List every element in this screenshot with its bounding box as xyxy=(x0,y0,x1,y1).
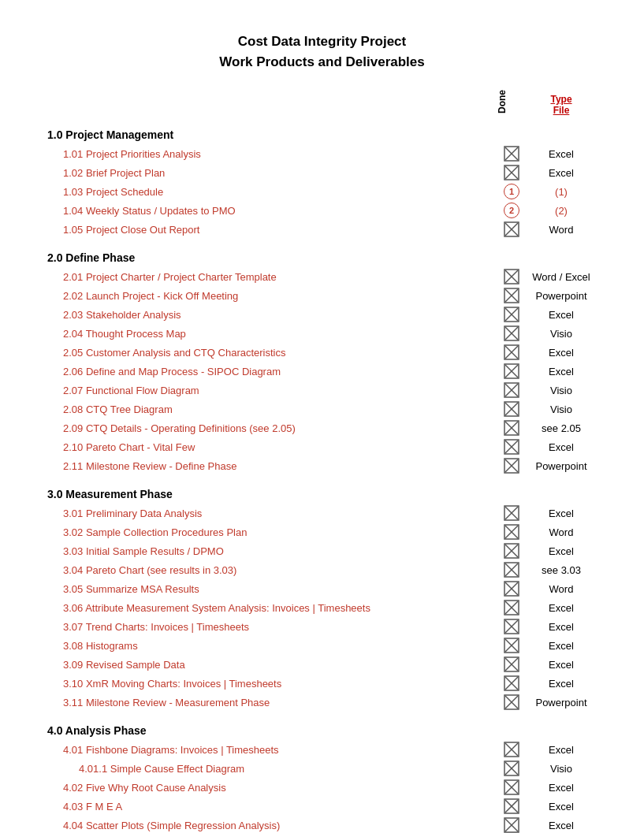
done-cell-i103: 1 xyxy=(497,183,526,200)
item-label-i403: 4.03 F M E A xyxy=(47,801,497,813)
section-header-s2: 2.0 Define Phase xyxy=(47,251,597,264)
item-label-i104: 1.04 Weekly Status / Updates to PMO xyxy=(47,205,497,217)
table-row: 3.11 Milestone Review - Measurement Phas… xyxy=(47,693,597,712)
done-cell-i208 xyxy=(497,400,526,418)
item-label-i210: 2.10 Pareto Chart - Vital Few xyxy=(47,441,497,453)
done-cell-i404 xyxy=(497,816,526,833)
item-label-i307: 3.07 Trend Charts: Invoices | Timesheets xyxy=(47,621,497,633)
type-cell-i207: Visio xyxy=(526,385,597,396)
type-cell-i311: Powerpoint xyxy=(526,697,597,708)
file-header: File xyxy=(526,105,597,116)
table-row: 2.08 CTQ Tree Diagram Visio xyxy=(47,400,597,418)
done-cell-i303 xyxy=(497,542,526,560)
type-cell-i404: Excel xyxy=(526,820,597,831)
table-row: 2.01 Project Charter / Project Charter T… xyxy=(47,267,597,286)
item-label-i301: 3.01 Preliminary Data Analysis xyxy=(47,508,497,519)
type-cell-i402: Excel xyxy=(526,782,597,794)
table-row: 3.09 Revised Sample Data Excel xyxy=(47,655,597,674)
type-cell-i401: Excel xyxy=(526,744,597,756)
section-header-s4: 4.0 Analysis Phase xyxy=(47,724,597,737)
done-cell-i309 xyxy=(497,656,526,673)
table-row: 2.10 Pareto Chart - Vital Few Excel xyxy=(47,437,597,456)
item-label-i102: 1.02 Brief Project Plan xyxy=(47,167,497,179)
done-cell-i210 xyxy=(497,438,526,456)
table-row: 2.07 Functional Flow Diagram Visio xyxy=(47,381,597,400)
table-row: 3.07 Trend Charts: Invoices | Timesheets… xyxy=(47,617,597,636)
item-label-i205: 2.05 Customer Analysis and CTQ Character… xyxy=(47,347,497,359)
table-row: 1.04 Weekly Status / Updates to PMO2(2) xyxy=(47,201,597,220)
done-cell-i401 xyxy=(497,741,526,758)
table-row: 1.03 Project Schedule1(1) xyxy=(47,182,597,201)
item-label-i201: 2.01 Project Charter / Project Charter T… xyxy=(47,271,497,283)
item-label-i305: 3.05 Summarize MSA Results xyxy=(47,583,497,595)
item-label-i309: 3.09 Revised Sample Data xyxy=(47,659,497,671)
item-label-i303: 3.03 Initial Sample Results / DPMO xyxy=(47,545,497,557)
table-row: 2.05 Customer Analysis and CTQ Character… xyxy=(47,343,597,362)
item-label-i204: 2.04 Thought Process Map xyxy=(47,328,497,340)
item-label-i208: 2.08 CTQ Tree Diagram xyxy=(47,403,497,415)
table-row: 2.11 Milestone Review - Define Phase Pow… xyxy=(47,456,597,475)
table-row: 4.02 Five Why Root Cause Analysis Excel xyxy=(47,778,597,797)
type-cell-i210: Excel xyxy=(526,441,597,453)
done-cell-i105 xyxy=(497,221,526,238)
section-header-s3: 3.0 Measurement Phase xyxy=(47,488,597,500)
item-label-i211: 2.11 Milestone Review - Define Phase xyxy=(47,460,497,472)
circle-badge: 1 xyxy=(504,184,519,199)
table-row: 2.09 CTQ Details - Operating Definitions… xyxy=(47,418,597,437)
table-row: 4.04 Scatter Plots (Simple Regression An… xyxy=(47,816,597,833)
item-label-i209: 2.09 CTQ Details - Operating Definitions… xyxy=(47,422,497,434)
type-cell-i308: Excel xyxy=(526,640,597,652)
done-cell-i4011 xyxy=(497,760,526,777)
type-cell-i209: see 2.05 xyxy=(526,422,597,434)
done-cell-i211 xyxy=(497,457,526,474)
done-cell-i307 xyxy=(497,618,526,635)
table-row: 4.01.1 Simple Cause Effect Diagram Visio xyxy=(47,759,597,778)
type-cell-i301: Excel xyxy=(526,508,597,519)
table-row: 3.01 Preliminary Data Analysis Excel xyxy=(47,504,597,522)
type-cell-i204: Visio xyxy=(526,328,597,340)
item-label-i103: 1.03 Project Schedule xyxy=(47,186,497,198)
done-cell-i209 xyxy=(497,419,526,437)
item-label-i310: 3.10 XmR Moving Charts: Invoices | Times… xyxy=(47,678,497,690)
item-label-i202: 2.02 Launch Project - Kick Off Meeting xyxy=(47,290,497,302)
item-label-i4011: 4.01.1 Simple Cause Effect Diagram xyxy=(47,763,497,775)
done-header: Done xyxy=(497,87,526,116)
type-cell-i206: Excel xyxy=(526,366,597,377)
done-cell-i206 xyxy=(497,363,526,380)
item-label-i401: 4.01 Fishbone Diagrams: Invoices | Times… xyxy=(47,744,497,756)
type-cell-i304: see 3.03 xyxy=(526,564,597,576)
item-label-i404: 4.04 Scatter Plots (Simple Regression An… xyxy=(47,820,497,831)
table-row: 1.05 Project Close Out Report Word xyxy=(47,220,597,239)
item-label-i402: 4.02 Five Why Root Cause Analysis xyxy=(47,782,497,794)
type-cell-i202: Powerpoint xyxy=(526,290,597,302)
table-row: 3.10 XmR Moving Charts: Invoices | Times… xyxy=(47,674,597,693)
table-row: 2.03 Stakeholder Analysis Excel xyxy=(47,305,597,324)
type-cell-i205: Excel xyxy=(526,347,597,359)
table-row: 4.03 F M E A Excel xyxy=(47,797,597,816)
circle-badge: 2 xyxy=(504,203,519,218)
done-cell-i101 xyxy=(497,145,526,162)
sections-container: 1.0 Project Management1.01 Project Prior… xyxy=(47,128,597,833)
done-cell-i403 xyxy=(497,798,526,815)
table-row: 3.08 Histograms Excel xyxy=(47,636,597,655)
done-cell-i102 xyxy=(497,164,526,181)
item-label-i311: 3.11 Milestone Review - Measurement Phas… xyxy=(47,697,497,708)
done-cell-i203 xyxy=(497,306,526,323)
type-cell-i103: (1) xyxy=(526,186,597,198)
type-cell-i208: Visio xyxy=(526,403,597,415)
done-cell-i104: 2 xyxy=(497,202,526,219)
header-row: Done Type File xyxy=(47,87,597,116)
done-cell-i201 xyxy=(497,268,526,285)
done-cell-i402 xyxy=(497,779,526,796)
section-header-s1: 1.0 Project Management xyxy=(47,128,597,141)
item-label-i207: 2.07 Functional Flow Diagram xyxy=(47,385,497,396)
table-row: 4.01 Fishbone Diagrams: Invoices | Times… xyxy=(47,740,597,759)
type-cell-i4011: Visio xyxy=(526,763,597,775)
item-label-i306: 3.06 Attribute Measurement System Analys… xyxy=(47,602,497,614)
table-row: 2.02 Launch Project - Kick Off Meeting P… xyxy=(47,286,597,305)
content-area: Done Type File 1.0 Project Management1.0… xyxy=(47,87,597,833)
item-label-i203: 2.03 Stakeholder Analysis xyxy=(47,309,497,321)
page-title: Cost Data Integrity Project Work Product… xyxy=(47,32,597,72)
table-row: 1.02 Brief Project Plan Excel xyxy=(47,163,597,182)
item-label-i101: 1.01 Project Priorities Analysis xyxy=(47,148,497,160)
